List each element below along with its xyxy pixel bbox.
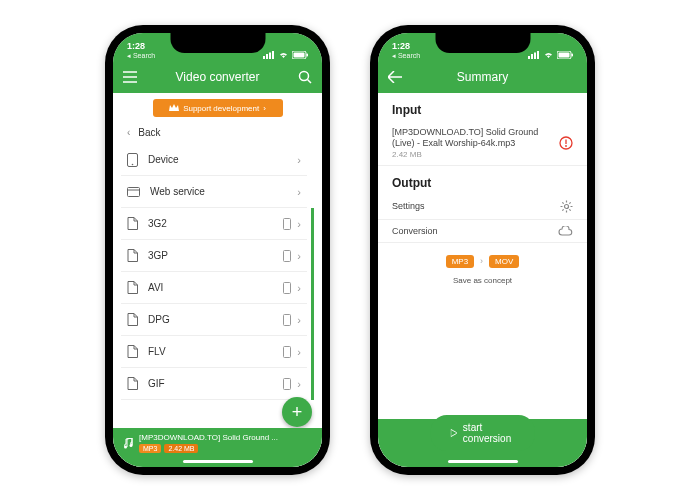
chevron-left-icon: ‹ [127,127,130,138]
settings-label: Settings [392,201,560,211]
content-right: Input [MP3DOWNLOAD.TO] Solid Ground (Liv… [378,93,587,467]
plus-icon: + [292,402,303,423]
phone-icon [283,378,291,390]
input-heading: Input [378,93,587,121]
phone-icon [283,314,291,326]
footer-size-badge: 2.42 MB [164,444,198,453]
status-back-to-search[interactable]: ◂ Search [127,52,155,59]
format-row[interactable]: FLV› [121,336,314,368]
format-row[interactable]: Device› [121,144,314,176]
status-back-to-search[interactable]: ◂ Search [392,52,420,59]
web-icon [127,187,140,197]
svg-rect-2 [269,53,271,60]
music-note-icon [123,438,133,449]
home-indicator [183,460,253,463]
format-row[interactable]: 3G2› [121,208,314,240]
format-conversion-pills: MP3 › MOV [378,255,587,268]
accent-strip [311,208,314,240]
phone-left: 1:28 ◂ Search Video converter Support de… [105,25,330,475]
wifi-icon [278,51,289,59]
from-format-pill: MP3 [446,255,474,268]
back-row[interactable]: ‹ Back [113,121,322,144]
battery-icon [292,51,308,59]
svg-rect-1 [266,54,268,59]
format-list: Device›Web service›3G2›3GP›AVI›DPG›FLV›G… [113,144,322,400]
format-row[interactable]: DPG› [121,304,314,336]
format-row[interactable]: GIF› [121,368,314,400]
format-label: FLV [148,346,273,357]
settings-row[interactable]: Settings [378,194,587,220]
wifi-icon [543,51,554,59]
svg-line-11 [308,80,312,84]
start-conversion-button[interactable]: start conversion [430,415,535,451]
app-bar: Video converter [113,61,322,93]
chevron-right-icon: › [297,218,301,230]
svg-rect-29 [559,53,570,58]
format-label: DPG [148,314,273,325]
svg-rect-16 [284,218,291,229]
svg-point-33 [565,145,567,147]
signal-icon [528,51,540,59]
add-button[interactable]: + [282,397,312,427]
chevron-right-icon: › [297,154,301,166]
svg-point-13 [132,163,134,165]
start-conversion-label: start conversion [463,422,515,444]
file-icon [127,217,138,230]
back-arrow-icon[interactable] [388,71,402,83]
chevron-right-icon: › [297,282,301,294]
status-time: 1:28 [392,42,420,51]
chevron-right-icon: › [297,346,301,358]
accent-strip [311,336,314,368]
svg-rect-25 [531,54,533,59]
chevron-right-icon: › [297,250,301,262]
menu-icon[interactable] [123,71,137,83]
save-as-concept-link[interactable]: Save as concept [378,276,587,285]
support-banner[interactable]: Support development › [153,99,283,117]
input-file-row[interactable]: [MP3DOWNLOAD.TO] Solid Ground (Live) - E… [378,121,587,166]
format-row[interactable]: Web service› [121,176,314,208]
notch [435,33,530,53]
phone-right: 1:28 ◂ Search Summary Input [MP3DOWNLOAD… [370,25,595,475]
battery-icon [557,51,573,59]
chevron-right-icon: › [263,104,266,113]
chevron-right-icon: › [297,314,301,326]
svg-rect-5 [294,53,305,58]
format-label: GIF [148,378,273,389]
svg-point-10 [300,72,309,81]
phone-icon [283,218,291,230]
accent-strip [311,240,314,272]
accent-strip [311,368,314,400]
status-time: 1:28 [127,42,155,51]
file-icon [127,249,138,262]
signal-icon [263,51,275,59]
input-filename: [MP3DOWNLOAD.TO] Solid Ground (Live) - E… [392,127,559,150]
chevron-right-icon: › [297,186,301,198]
svg-rect-20 [284,346,291,357]
format-label: 3G2 [148,218,273,229]
home-indicator [448,460,518,463]
app-title: Summary [402,70,563,84]
phone-icon [283,346,291,358]
to-format-pill: MOV [489,255,519,268]
crown-icon [169,104,179,112]
svg-rect-30 [572,54,574,57]
svg-rect-0 [263,56,265,59]
format-row[interactable]: AVI› [121,272,314,304]
info-warning-icon[interactable] [559,136,573,150]
svg-rect-19 [284,314,291,325]
input-filesize: 2.42 MB [392,150,559,159]
svg-rect-24 [528,56,530,59]
format-label: Device [148,154,287,165]
content-left: Support development › ‹ Back Device›Web … [113,93,322,467]
conversion-label: Conversion [392,226,558,236]
svg-rect-17 [284,250,291,261]
format-label: AVI [148,282,273,293]
svg-rect-27 [537,51,539,59]
search-icon[interactable] [298,70,312,84]
play-icon [450,428,457,438]
app-bar: Summary [378,61,587,93]
accent-strip [311,304,314,336]
conversion-row[interactable]: Conversion [378,220,587,243]
svg-rect-6 [307,54,309,57]
format-row[interactable]: 3GP› [121,240,314,272]
